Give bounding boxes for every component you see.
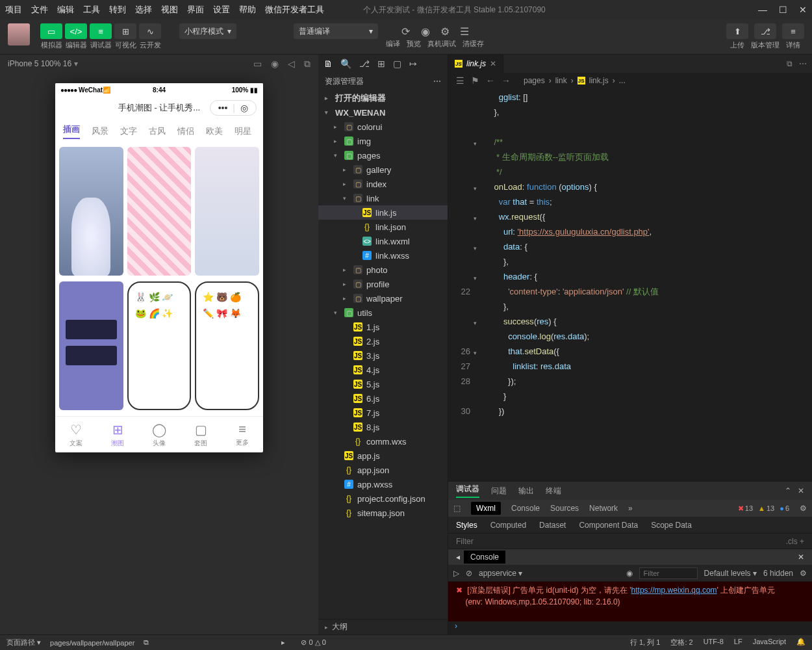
capsule-close[interactable]: ◎ [238,103,251,113]
status-item[interactable]: 行 1, 列 1 [630,638,660,647]
forward-icon[interactable]: → [501,75,511,86]
arrow-icon[interactable]: ↦ [409,58,417,69]
wxml-tab[interactable]: Wxml [471,502,501,515]
tree-item-link.wxss[interactable]: #link.wxss [318,248,448,263]
hidden-count[interactable]: 6 hidden [763,569,793,578]
collapse-icon[interactable]: ⌃ [785,486,791,495]
output-tab[interactable]: 输出 [518,486,534,497]
close-icon[interactable]: ✕ [798,486,804,495]
network-tab[interactable]: Network [589,504,618,513]
tree-item-link.js[interactable]: JSlink.js [318,205,448,220]
outline-section[interactable]: ▸大纲 [318,619,448,634]
content-tab[interactable]: 情侣 [177,125,194,137]
tree-item-project.config.json[interactable]: {}project.config.json [318,491,448,506]
wallpaper-item[interactable] [59,281,123,410]
console-play-icon[interactable]: ▷ [453,569,459,578]
tree-item-wallpaper[interactable]: ▸▢wallpaper [318,291,448,306]
tree-item-6.js[interactable]: JS6.js [318,391,448,406]
console-close-icon[interactable]: ✕ [798,552,804,562]
content-tab[interactable]: 古风 [149,125,166,137]
mode-select[interactable]: 小程序模式 ▾ [179,23,236,39]
scope-data-tab[interactable]: Scope Data [651,521,692,530]
mute-icon[interactable]: ◁ [288,58,295,70]
tree-item-8.js[interactable]: JS8.js [318,420,448,434]
menu-item[interactable]: 项目 [5,4,22,16]
explorer-more-icon[interactable]: ⋯ [433,77,441,86]
computed-tab[interactable]: Computed [490,521,526,530]
styles-tab[interactable]: Styles [456,521,477,530]
tree-item-link.json[interactable]: {}link.json [318,220,448,234]
content-tab[interactable]: 风景 [92,125,108,137]
page-path-label[interactable]: 页面路径 ▾ [6,638,41,647]
nav-item[interactable]: ⊞潮图 [97,417,138,452]
more-tabs-icon[interactable]: » [628,504,633,513]
tree-item-5.js[interactable]: JS5.js [318,377,448,391]
error-count[interactable]: ⊘ 0 [301,638,312,646]
compile-select[interactable]: 普通编译 ▾ [294,23,378,39]
console-clear-icon[interactable]: ⊘ [466,569,472,578]
nav-item[interactable]: ▢套图 [180,417,222,452]
editor-tab[interactable]: JS link.js ✕ [448,55,503,73]
tree-item-link[interactable]: ▾▢link [318,191,448,205]
branch-icon[interactable]: ⎇ [359,58,370,69]
terminal-tab[interactable]: 终端 [546,486,561,497]
menu-item[interactable]: 文件 [31,4,48,16]
tree-item-link.wxml[interactable]: <>link.wxml [318,234,448,248]
menu-item[interactable]: 帮助 [239,4,256,16]
console-back-icon[interactable]: ◂ [456,552,460,562]
warning-count[interactable]: △ 0 [315,638,326,646]
files-icon[interactable]: 🗎 [324,58,333,69]
tree-item-app.js[interactable]: JSapp.js [318,448,448,463]
content-tab[interactable]: 明星 [235,125,251,137]
dataset-tab[interactable]: Dataset [539,521,566,530]
inspect-icon[interactable]: ⬚ [453,504,461,513]
copy-path-icon[interactable]: ⧉ [144,638,149,647]
record-icon[interactable]: ◉ [271,58,279,70]
tree-item-sitemap.json[interactable]: {}sitemap.json [318,506,448,520]
content-tab[interactable]: 插画 [63,124,80,139]
capsule-menu[interactable]: ••• [216,103,231,113]
chevron-right-icon[interactable]: ▸ [281,638,285,647]
box-icon[interactable]: ▢ [393,58,401,69]
status-item[interactable]: LF [734,638,742,647]
user-avatar[interactable] [8,23,30,46]
tree-item-2.js[interactable]: JS2.js [318,334,448,348]
tree-item-comm.wxs[interactable]: {}comm.wxs [318,434,448,448]
compile-button[interactable]: ⟳ [396,23,416,39]
console-filter-input[interactable] [639,567,698,579]
menu-item[interactable]: 转到 [109,4,126,16]
sources-tab[interactable]: Sources [550,504,579,513]
page-path[interactable]: pages/wallpaper/wallpaper [50,639,134,647]
status-item[interactable]: UTF-8 [704,638,724,647]
tree-item-index[interactable]: ▸▢index [318,177,448,191]
tree-item-colorui[interactable]: ▸▢colorui [318,120,448,134]
open-editors-section[interactable]: ▸打开的编辑器 [318,91,448,105]
clear-cache-button[interactable]: ☰ [455,23,474,39]
upload-button[interactable]: ⬆ [726,23,748,39]
details-button[interactable]: ≡ [782,23,804,39]
cloud-toggle[interactable]: ∿ [139,23,161,39]
context-select[interactable]: appservice ▾ [479,569,522,578]
wallpaper-item[interactable] [59,147,123,276]
more-icon[interactable]: ⋯ [799,59,807,68]
info-badge[interactable]: 6 [780,504,789,512]
error-badge[interactable]: 13 [738,504,753,513]
menu-item[interactable]: 设置 [213,4,230,16]
console-prompt[interactable]: › [448,621,812,634]
editor-toggle[interactable]: </> [65,23,87,39]
levels-select[interactable]: Default levels ▾ [704,569,757,578]
preview-button[interactable]: ◉ [416,23,435,39]
nav-item[interactable]: ♡文案 [55,417,97,452]
project-root[interactable]: ▾WX_WENAN [318,105,448,120]
tree-item-7.js[interactable]: JS7.js [318,406,448,420]
copy-icon[interactable]: ⧉ [304,58,311,70]
nav-item[interactable]: ◯头像 [138,417,180,452]
cls-button[interactable]: .cls [786,537,798,546]
code-editor[interactable]: ▾ ▾ ▾ ▾ ▾22 ▾ 26▾2728 30 gglist: [] }, /… [448,88,812,481]
content-tab[interactable]: 欧美 [206,125,223,137]
tree-item-3.js[interactable]: JS3.js [318,348,448,363]
error-link[interactable]: https://mp.weixin.qq.com [631,586,717,595]
tree-item-app.wxss[interactable]: #app.wxss [318,477,448,491]
menu-item[interactable]: 编辑 [57,4,74,16]
device-icon[interactable]: ▭ [253,58,262,70]
